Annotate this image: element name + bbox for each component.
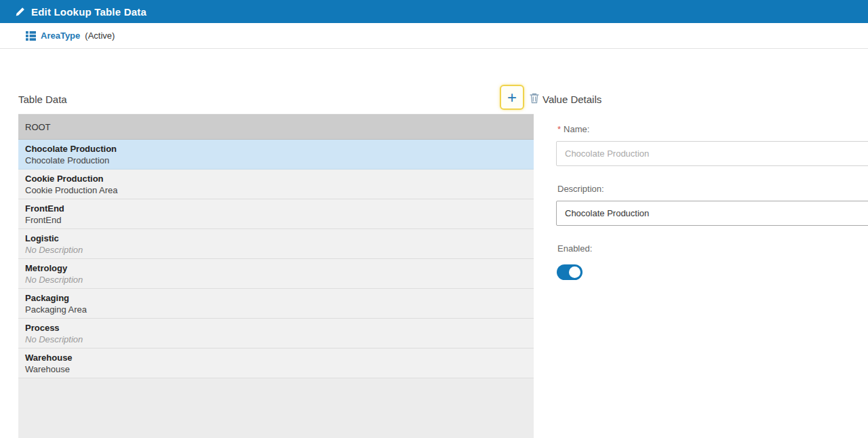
name-input[interactable] — [556, 141, 868, 166]
table-data-heading: Table Data — [18, 94, 67, 105]
row-description: Cookie Production Area — [25, 184, 527, 196]
enabled-toggle[interactable] — [557, 264, 583, 280]
delete-value-icon[interactable] — [529, 92, 540, 104]
table-row[interactable]: FrontEnd FrontEnd — [18, 199, 534, 229]
toggle-knob-icon — [569, 266, 580, 278]
row-description: No Description — [25, 334, 527, 345]
row-description: Chocolate Production — [25, 155, 527, 166]
table-row[interactable]: Logistic No Description — [18, 229, 534, 259]
table-row[interactable]: Cookie Production Cookie Production Area — [18, 170, 534, 199]
value-details-heading: Value Details — [542, 94, 601, 105]
row-name: Packaging — [25, 292, 527, 304]
table-icon — [26, 31, 36, 41]
row-description: Warehouse — [25, 363, 527, 375]
row-name: Cookie Production — [25, 173, 527, 184]
table-row[interactable]: Metrology No Description — [18, 259, 534, 289]
enabled-field-label: Enabled: — [557, 243, 592, 254]
row-description: No Description — [25, 244, 527, 256]
table-rows: Chocolate Production Chocolate Productio… — [18, 140, 534, 378]
row-name: FrontEnd — [25, 203, 527, 214]
edit-pencil-icon — [15, 7, 25, 17]
page-title: Edit Lookup Table Data — [31, 6, 146, 18]
description-field-label: Description: — [557, 184, 604, 194]
row-name: Chocolate Production — [25, 143, 527, 155]
app-window: Edit Lookup Table Data AreaType (Active)… — [0, 0, 868, 438]
add-value-button[interactable]: + — [500, 85, 524, 110]
lookup-breadcrumb-bar: AreaType (Active) — [0, 23, 868, 49]
lookup-data-table: ROOT Chocolate Production Chocolate Prod… — [18, 114, 534, 438]
row-description: No Description — [25, 274, 527, 285]
row-name: Metrology — [25, 262, 527, 274]
page-header: Edit Lookup Table Data — [0, 0, 868, 23]
table-row[interactable]: Packaging Packaging Area — [18, 289, 534, 319]
table-row[interactable]: Chocolate Production Chocolate Productio… — [18, 140, 534, 170]
required-marker: * — [557, 124, 561, 134]
lookup-table-name-link[interactable]: AreaType — [41, 31, 80, 41]
name-label-text: Name: — [564, 124, 589, 134]
lookup-status-badge: (Active) — [85, 31, 115, 41]
row-name: Logistic — [25, 233, 527, 244]
row-name: Process — [25, 322, 527, 334]
description-input[interactable] — [556, 201, 868, 226]
row-description: Packaging Area — [25, 304, 527, 315]
row-description: FrontEnd — [25, 214, 527, 226]
name-field-label: *Name: — [557, 124, 589, 134]
row-name: Warehouse — [25, 352, 527, 363]
table-column-header: ROOT — [18, 115, 534, 140]
table-row[interactable]: Process No Description — [18, 319, 534, 349]
table-row[interactable]: Warehouse Warehouse — [18, 349, 534, 378]
